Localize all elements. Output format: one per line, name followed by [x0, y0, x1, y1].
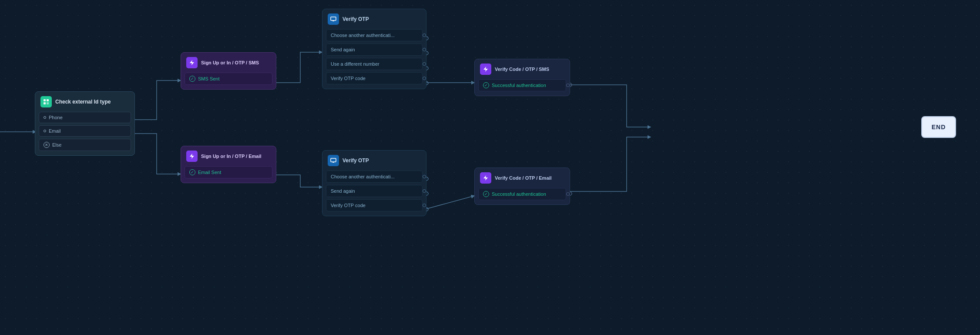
email-label: Email: [49, 128, 61, 134]
check-item-email: Email: [39, 125, 131, 137]
verify-otp-top-header: Verify OTP: [322, 9, 426, 29]
otp-bottom-label-2: Send again: [331, 188, 355, 194]
otp-bottom-connector-2: [423, 189, 426, 193]
signup-email-item: ✓ Email Sent: [185, 166, 272, 178]
signup-sms-title: Sign Up or In / OTP / SMS: [201, 60, 259, 65]
screen-icon-top: [328, 13, 339, 25]
svg-rect-15: [47, 102, 49, 104]
node-verify-otp-top: Verify OTP Choose another authenticati..…: [322, 9, 426, 89]
verify-sms-connector: [566, 84, 570, 87]
verify-otp-bottom-header: Verify OTP: [322, 151, 426, 171]
otp-bottom-item-2: Send again: [326, 185, 423, 197]
svg-rect-12: [44, 99, 46, 101]
otp-bottom-label-3: Verify OTP code: [331, 203, 366, 208]
end-label: END: [932, 124, 946, 131]
signup-email-header: Sign Up or In / OTP / Email: [181, 146, 276, 166]
else-circle: ✕: [44, 142, 50, 148]
svg-rect-14: [44, 102, 46, 104]
otp-bottom-connector-3: [423, 204, 426, 207]
otp-top-label-3: Use a different number: [331, 61, 379, 67]
otp-bottom-connector-1: [423, 175, 426, 178]
check-items-list: Phone Email ✕ Else: [35, 112, 134, 155]
otp-bottom-item-3: Verify OTP code: [326, 199, 423, 211]
email-sent-checkmark: ✓: [189, 169, 195, 175]
phone-dot: [44, 116, 46, 119]
verify-code-email-label: Successful authentication: [492, 191, 546, 197]
bolt-icon-verify-sms: [480, 64, 491, 75]
verify-code-email-header: Verify Code / OTP / Email: [475, 168, 570, 188]
signup-sms-header: Sign Up or In / OTP / SMS: [181, 53, 276, 73]
otp-top-item-2: Send again: [326, 44, 423, 56]
flow-canvas: Check external Id type Phone Email ✕ Els…: [0, 0, 980, 335]
signup-sms-item: ✓ SMS Sent: [185, 73, 272, 85]
node-verify-code-sms: Verify Code / OTP / SMS ✓ Successful aut…: [474, 59, 570, 96]
otp-top-connector-1: [423, 34, 426, 37]
verify-email-checkmark: ✓: [483, 191, 489, 197]
verify-otp-bottom-title: Verify OTP: [342, 157, 369, 164]
sms-sent-label: SMS Sent: [198, 76, 220, 81]
node-check-header: Check external Id type: [35, 92, 134, 112]
check-item-else: ✕ Else: [39, 139, 131, 151]
verify-sms-checkmark: ✓: [483, 82, 489, 88]
otp-top-connector-2: [423, 48, 426, 51]
verify-code-sms-header: Verify Code / OTP / SMS: [475, 59, 570, 79]
phone-label: Phone: [49, 115, 63, 120]
otp-top-connector-4: [423, 77, 426, 80]
email-dot: [44, 130, 46, 132]
bolt-icon-sms: [186, 57, 198, 68]
node-signup-sms: Sign Up or In / OTP / SMS ✓ SMS Sent: [181, 52, 276, 90]
node-check-external-id: Check external Id type Phone Email ✕ Els…: [35, 91, 135, 156]
otp-top-connector-3: [423, 62, 426, 66]
node-end: END: [921, 116, 956, 138]
otp-top-label-2: Send again: [331, 47, 355, 52]
verify-code-sms-label: Successful authentication: [492, 83, 546, 88]
node-signup-email: Sign Up or In / OTP / Email ✓ Email Sent: [181, 146, 276, 183]
else-label: Else: [52, 142, 61, 147]
otp-top-item-1: Choose another authenticati...: [326, 29, 423, 41]
svg-rect-13: [47, 99, 49, 101]
sms-sent-checkmark: ✓: [189, 76, 195, 82]
otp-bottom-label-1: Choose another authenticati...: [331, 174, 395, 179]
svg-rect-19: [331, 158, 336, 162]
node-check-title: Check external Id type: [55, 99, 111, 105]
svg-rect-16: [331, 17, 336, 20]
check-icon: [40, 96, 52, 107]
otp-top-item-4: Verify OTP code: [326, 72, 423, 84]
email-sent-label: Email Sent: [198, 170, 221, 175]
check-item-phone: Phone: [39, 112, 131, 123]
verify-code-email-title: Verify Code / OTP / Email: [495, 175, 552, 181]
otp-bottom-item-1: Choose another authenticati...: [326, 171, 423, 183]
verify-email-connector: [566, 192, 570, 196]
signup-email-title: Sign Up or In / OTP / Email: [201, 154, 262, 159]
verify-otp-bottom-items: Choose another authenticati... Send agai…: [322, 171, 426, 216]
bolt-icon-verify-email: [480, 172, 491, 184]
verify-code-email-item: ✓ Successful authentication: [478, 188, 566, 200]
verify-code-sms-item: ✓ Successful authentication: [478, 79, 566, 91]
otp-top-label-1: Choose another authenticati...: [331, 33, 395, 38]
bolt-icon-email: [186, 151, 198, 162]
otp-top-label-4: Verify OTP code: [331, 76, 366, 81]
svg-line-2: [426, 196, 474, 209]
verify-code-sms-title: Verify Code / OTP / SMS: [495, 67, 549, 72]
screen-icon-bottom: [328, 155, 339, 166]
node-verify-otp-bottom: Verify OTP Choose another authenticati..…: [322, 150, 426, 216]
verify-otp-top-items: Choose another authenticati... Send agai…: [322, 29, 426, 89]
otp-top-item-3: Use a different number: [326, 58, 423, 70]
node-verify-code-email: Verify Code / OTP / Email ✓ Successful a…: [474, 168, 570, 205]
verify-otp-top-title: Verify OTP: [342, 16, 369, 22]
